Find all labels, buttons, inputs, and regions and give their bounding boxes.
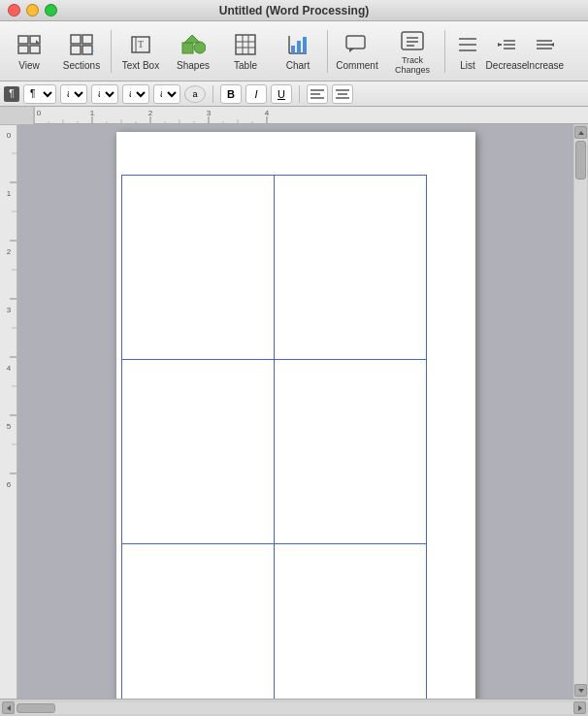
scroll-right-button[interactable] bbox=[573, 701, 586, 714]
toolbar-table[interactable]: Table bbox=[220, 25, 271, 78]
document-page[interactable] bbox=[116, 132, 475, 699]
toolbar-trackchanges[interactable]: Track Changes bbox=[384, 25, 441, 78]
svg-marker-15 bbox=[184, 35, 200, 43]
align-left-button[interactable] bbox=[307, 84, 328, 104]
bottom-bar bbox=[0, 699, 588, 716]
view-icon bbox=[16, 31, 43, 58]
window-controls[interactable] bbox=[8, 4, 57, 16]
toolbar-chart[interactable]: Chart bbox=[273, 25, 323, 78]
ruler-container: 1 2 3 4 0 bbox=[0, 107, 588, 124]
page-table bbox=[121, 175, 427, 699]
svg-rect-8 bbox=[82, 46, 92, 54]
svg-text:2: 2 bbox=[148, 109, 153, 117]
format-sep-2 bbox=[299, 85, 300, 103]
maximize-button[interactable] bbox=[45, 4, 57, 16]
svg-rect-7 bbox=[71, 46, 81, 54]
svg-rect-3 bbox=[30, 46, 40, 53]
h-scroll-thumb[interactable] bbox=[16, 703, 55, 713]
close-button[interactable] bbox=[8, 4, 20, 16]
scroll-left-button[interactable] bbox=[2, 701, 15, 714]
ruler-corner bbox=[0, 107, 34, 124]
svg-marker-92 bbox=[578, 131, 584, 135]
svg-marker-27 bbox=[349, 49, 354, 52]
font-select[interactable]: a bbox=[91, 84, 118, 104]
svg-rect-26 bbox=[346, 36, 365, 49]
table-cell[interactable] bbox=[274, 544, 426, 700]
svg-rect-23 bbox=[291, 46, 295, 53]
sections-label: Sections bbox=[63, 60, 100, 71]
svg-text:3: 3 bbox=[7, 306, 12, 314]
svg-rect-5 bbox=[71, 35, 81, 44]
toolbar-increase[interactable]: Increase bbox=[527, 25, 564, 78]
table-cell[interactable] bbox=[274, 176, 426, 360]
font-size-select[interactable]: a bbox=[60, 84, 87, 104]
table-row bbox=[121, 360, 426, 544]
svg-text:5: 5 bbox=[7, 422, 12, 431]
comment-icon bbox=[343, 31, 371, 58]
h-scroll-track[interactable] bbox=[15, 702, 573, 714]
svg-text:4: 4 bbox=[265, 109, 270, 117]
decrease-label: Decrease bbox=[486, 60, 528, 71]
page-area[interactable] bbox=[17, 124, 573, 699]
svg-text:2: 2 bbox=[7, 247, 12, 256]
bold-button[interactable]: B bbox=[220, 84, 242, 104]
toolbar-shapes[interactable]: Shapes bbox=[168, 25, 218, 78]
table-icon bbox=[232, 31, 259, 58]
align-center-button[interactable] bbox=[332, 84, 353, 104]
paragraph-icon: ¶ bbox=[4, 86, 19, 102]
style-select[interactable]: ¶ bbox=[23, 84, 56, 104]
spacing-select[interactable]: a bbox=[122, 84, 149, 104]
textbox-icon: T bbox=[127, 31, 154, 58]
svg-marker-93 bbox=[578, 689, 584, 693]
svg-marker-95 bbox=[578, 705, 582, 711]
chart-label: Chart bbox=[286, 60, 310, 71]
svg-marker-94 bbox=[7, 705, 11, 711]
svg-text:T: T bbox=[138, 39, 144, 49]
table-cell[interactable] bbox=[121, 176, 274, 360]
svg-marker-43 bbox=[550, 43, 554, 47]
toolbar-textbox[interactable]: T Text Box bbox=[115, 25, 166, 78]
table-label: Table bbox=[234, 60, 257, 71]
toolbar-sections[interactable]: Sections bbox=[56, 25, 107, 78]
italic-button[interactable]: I bbox=[245, 84, 267, 104]
svg-rect-0 bbox=[18, 36, 28, 44]
toolbar-list[interactable]: List bbox=[449, 25, 486, 78]
svg-rect-13 bbox=[182, 43, 193, 53]
main-toolbar: View Sections T Text Box bbox=[0, 21, 588, 81]
color-btn[interactable]: a bbox=[184, 85, 206, 103]
minimize-button[interactable] bbox=[26, 4, 39, 16]
trackchanges-label: Track Changes bbox=[384, 56, 441, 76]
underline-button[interactable]: U bbox=[271, 84, 292, 104]
table-cell[interactable] bbox=[121, 544, 274, 700]
format-sep-1 bbox=[212, 85, 213, 103]
table-cell[interactable] bbox=[121, 360, 274, 544]
format-bar: ¶ ¶ a a a a a B I U bbox=[0, 81, 588, 107]
svg-marker-39 bbox=[498, 43, 502, 47]
scroll-track[interactable] bbox=[574, 139, 587, 684]
list-label: List bbox=[460, 60, 475, 71]
toolbar-view[interactable]: View bbox=[4, 25, 54, 78]
scroll-up-button[interactable] bbox=[574, 126, 587, 139]
toolbar-comment[interactable]: Comment bbox=[332, 25, 382, 78]
indent-select[interactable]: a bbox=[153, 84, 180, 104]
increase-icon bbox=[532, 31, 559, 58]
svg-text:3: 3 bbox=[207, 109, 212, 117]
scroll-thumb[interactable] bbox=[575, 141, 586, 179]
shapes-icon bbox=[180, 31, 207, 58]
table-cell[interactable] bbox=[274, 360, 426, 544]
svg-text:0: 0 bbox=[7, 131, 12, 140]
svg-text:4: 4 bbox=[7, 364, 12, 373]
svg-rect-16 bbox=[236, 35, 255, 54]
svg-rect-24 bbox=[297, 41, 301, 53]
svg-rect-2 bbox=[18, 46, 28, 53]
svg-text:1: 1 bbox=[7, 189, 12, 198]
sep-1 bbox=[111, 30, 112, 73]
svg-point-14 bbox=[194, 42, 206, 53]
view-label: View bbox=[18, 60, 40, 71]
toolbar-decrease[interactable]: Decrease bbox=[488, 25, 525, 78]
comment-label: Comment bbox=[336, 60, 377, 71]
right-scrollbar[interactable] bbox=[573, 124, 588, 699]
scroll-down-button[interactable] bbox=[574, 684, 587, 697]
window-title: Untitled (Word Processing) bbox=[219, 4, 369, 17]
sep-3 bbox=[444, 30, 445, 73]
